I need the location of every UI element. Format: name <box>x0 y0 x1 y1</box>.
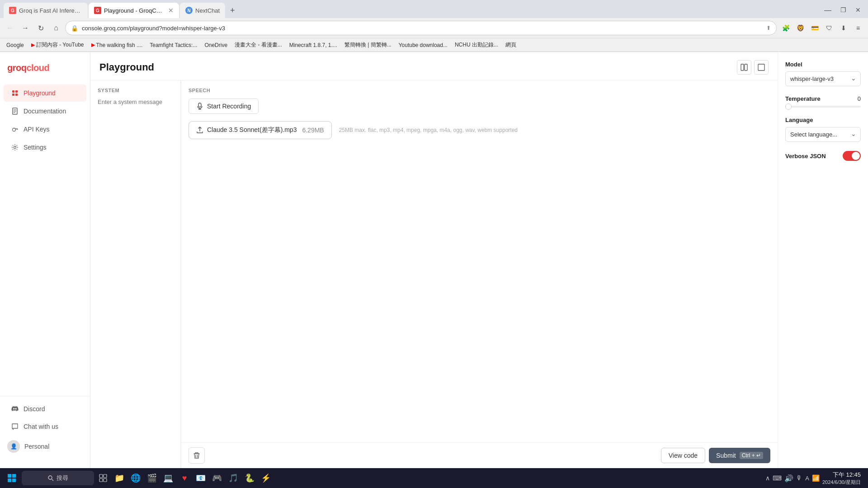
taskbar-chrome[interactable]: 🌐 <box>128 471 143 485</box>
taskbar-app1[interactable]: 🎬 <box>145 471 159 485</box>
verbose-json-toggle[interactable] <box>843 151 861 161</box>
bookmark-youtube-label: 訂閱內容 - YouTube <box>36 41 84 49</box>
taskbar-app4[interactable]: 📧 <box>193 471 208 485</box>
new-tab-button[interactable]: + <box>226 4 239 17</box>
refresh-button[interactable]: ↻ <box>34 22 47 34</box>
svg-rect-25 <box>99 474 103 478</box>
close-button[interactable]: ✕ <box>852 5 864 15</box>
fish-icon: ▶ <box>91 42 95 48</box>
bookmark-nchu[interactable]: NCHU 出勤記錄... <box>452 40 501 50</box>
home-button[interactable]: ⌂ <box>50 22 62 34</box>
speech-controls: Start Recording <box>189 99 770 114</box>
record-button[interactable]: Start Recording <box>189 99 259 114</box>
sidebar-item-chat[interactable]: Chat with us <box>4 418 86 435</box>
single-layout-button[interactable] <box>754 60 769 75</box>
taskview-button[interactable] <box>96 471 110 485</box>
share-icon[interactable]: ⬆ <box>766 25 771 31</box>
sidebar-item-playground[interactable]: Playground <box>4 84 86 102</box>
file-upload-row: Claude 3.5 Sonnet(差字幕).mp3 6.29MB 25MB m… <box>189 121 770 139</box>
menu-icon[interactable]: ≡ <box>852 22 864 34</box>
browser-tab-1[interactable]: G Groq is Fast AI Inference <box>4 3 88 18</box>
taskbar-app7[interactable]: 🐍 <box>242 471 257 485</box>
user-avatar: 👤 <box>7 440 20 453</box>
file-chip[interactable]: Claude 3.5 Sonnet(差字幕).mp3 6.29MB <box>189 121 332 139</box>
address-bar[interactable]: 🔒 console.groq.com/playground?model=whis… <box>65 21 777 35</box>
tab2-close-icon[interactable]: ✕ <box>168 7 174 14</box>
discord-icon <box>11 405 19 413</box>
taskbar-app2[interactable]: 💻 <box>161 471 175 485</box>
speaker-icon[interactable]: 🔊 <box>784 474 793 483</box>
view-code-label: View code <box>669 452 698 459</box>
youtube-icon: ▶ <box>31 42 35 48</box>
model-select-wrapper[interactable]: whisper-large-v3 <box>785 71 861 86</box>
user-item[interactable]: 👤 Personal <box>0 436 90 457</box>
extensions-icon[interactable]: 🧩 <box>779 22 792 34</box>
content-area: SYSTEM SPEECH Start Recording <box>90 80 778 468</box>
submit-button[interactable]: Submit Ctrl + ↵ <box>709 448 770 463</box>
settings-label: Settings <box>24 144 47 151</box>
temperature-slider[interactable] <box>785 106 861 108</box>
bookmark-google[interactable]: Google <box>4 41 27 49</box>
playground-label: Playground <box>24 89 56 97</box>
language-select[interactable]: Select language... <box>785 127 861 142</box>
taskbar-file-explorer[interactable]: 📁 <box>112 471 127 485</box>
svg-rect-19 <box>8 474 11 478</box>
tab2-favicon: G <box>94 7 101 14</box>
browser-tab-3[interactable]: N NextChat <box>180 3 225 18</box>
bookmark-more[interactable]: 網頁 <box>503 40 519 50</box>
tab2-title: Playground - GroqCloud <box>104 7 163 14</box>
sidebar-item-documentation[interactable]: Documentation <box>4 103 86 120</box>
model-select[interactable]: whisper-large-v3 <box>785 71 861 86</box>
input-method-icon[interactable]: A <box>805 475 809 482</box>
start-button[interactable] <box>4 470 20 486</box>
bookmark-minecraft[interactable]: Minecraft 1.8.7, 1.... <box>287 41 340 49</box>
svg-rect-14 <box>745 64 747 70</box>
mic-sys-icon[interactable]: 🎙 <box>796 474 802 482</box>
search-bar[interactable]: 搜尋 <box>22 471 94 485</box>
maximize-button[interactable]: ❐ <box>837 5 850 15</box>
forward-button[interactable]: → <box>19 22 32 34</box>
delete-button[interactable] <box>189 447 205 464</box>
language-select-wrapper[interactable]: Select language... <box>785 127 861 142</box>
taskbar-sys-tray: ∧ ⌨ 🔊 🎙 A 📶 下午 12:45 2024/6/30/星期日 <box>765 471 864 486</box>
svg-rect-1 <box>15 90 18 93</box>
bookmark-fish[interactable]: ▶ The walking fish .... <box>89 41 146 49</box>
wallet-icon[interactable]: 💳 <box>808 22 821 34</box>
sidebar-spacer <box>0 156 90 396</box>
bookmark-minecraft-label: Minecraft 1.8.7, 1.... <box>289 42 337 48</box>
bookmark-tft-label: Teamfight Tactics:... <box>150 42 197 48</box>
minimize-button[interactable]: — <box>821 5 835 15</box>
browser-tab-2[interactable]: G Playground - GroqCloud ✕ <box>89 3 179 18</box>
bookmark-youtube[interactable]: ▶ 訂閱內容 - YouTube <box>28 40 87 50</box>
wifi-icon[interactable]: 📶 <box>812 474 820 482</box>
bookmark-convert[interactable]: 繁簡轉換 | 簡繁轉... <box>342 40 394 50</box>
taskbar-app8[interactable]: ⚡ <box>259 471 273 485</box>
temp-row: Temperature 0 <box>785 95 861 102</box>
svg-point-12 <box>14 146 16 149</box>
bookmark-manga-label: 漫畫大全 - 看漫畫... <box>235 41 282 49</box>
sidebar-item-discord[interactable]: Discord <box>4 400 86 418</box>
shields-icon[interactable]: 🛡 <box>823 22 835 34</box>
logo: groqcloud <box>0 59 90 84</box>
view-code-button[interactable]: View code <box>661 448 705 463</box>
taskbar-app6[interactable]: 🎵 <box>226 471 241 485</box>
bookmark-manga[interactable]: 漫畫大全 - 看漫畫... <box>232 40 285 50</box>
brave-lion-icon[interactable]: 🦁 <box>794 22 807 34</box>
temperature-label: Temperature <box>785 95 821 102</box>
temperature-section: Temperature 0 <box>785 95 861 108</box>
split-layout-button[interactable] <box>737 60 751 75</box>
submit-label: Submit <box>716 452 736 459</box>
taskbar-app3[interactable]: ♥ <box>177 471 192 485</box>
bookmark-tft[interactable]: Teamfight Tactics:... <box>147 41 200 49</box>
svg-rect-21 <box>8 479 11 482</box>
sidebar-item-settings[interactable]: Settings <box>4 139 86 156</box>
taskbar-app5[interactable]: 🎮 <box>210 471 224 485</box>
back-button[interactable]: ← <box>4 22 16 34</box>
bookmark-ytdl[interactable]: Youtube download... <box>396 41 450 49</box>
download-icon[interactable]: ⬇ <box>837 22 850 34</box>
system-message-input[interactable] <box>98 99 173 144</box>
taskbar-clock[interactable]: 下午 12:45 2024/6/30/星期日 <box>822 471 861 486</box>
sidebar-item-api-keys[interactable]: API Keys <box>4 121 86 138</box>
system-label: SYSTEM <box>98 88 173 93</box>
bookmark-onedrive[interactable]: OneDrive <box>202 41 230 49</box>
